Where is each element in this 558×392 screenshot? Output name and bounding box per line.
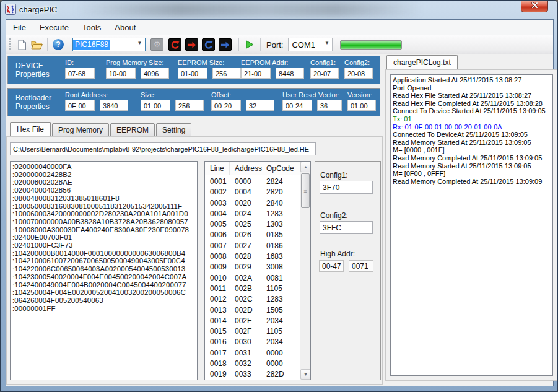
table-row[interactable]: 000800281683 [205,251,300,262]
close-icon [531,2,538,8]
eeprom-size-hex[interactable]: 01-00 [178,68,207,79]
column-header-line[interactable]: Line [205,162,230,175]
table-row[interactable]: 000600260185 [205,230,300,240]
table-row[interactable]: 001700310000 [205,348,300,359]
hex-file-path-input[interactable] [10,142,316,155]
high-addr-dec-input[interactable] [349,260,373,272]
table-row[interactable]: 000300202840 [205,198,300,209]
chevron-down-icon[interactable]: ▼ [136,40,144,46]
table-row[interactable]: 001600302034 [205,337,300,347]
eeprom-size-dec[interactable]: 256 [212,68,241,79]
tab-setting[interactable]: Setting [156,123,191,137]
log-textbox[interactable]: Application Started At 25/11/2015 13:08:… [390,74,553,376]
table-row[interactable]: 000100002824 [205,176,300,187]
table-row[interactable]: 0011002B1105 [205,284,300,294]
prog-memory-size-dec[interactable]: 4096 [141,68,169,79]
play-icon [245,40,255,50]
chevron-down-icon[interactable]: ▼ [323,40,331,46]
table-row[interactable]: 001800320000 [205,359,300,369]
root-address-dec[interactable]: 3840 [100,100,128,111]
column-header-address[interactable]: Address [230,162,261,175]
offset-hex[interactable]: 00-20 [211,100,241,111]
log-line: Read Memory Completed At 25/11/2015 13:0… [393,178,550,186]
user-reset-vector-dec[interactable]: 36 [317,100,342,111]
user-reset-vector-hex[interactable]: 00-24 [282,100,312,111]
open-file-button[interactable] [29,37,44,52]
table-row[interactable]: 000900293008 [205,262,300,272]
config1-input[interactable] [320,181,373,194]
log-line: Read Memory Started At 25/11/2015 13:09:… [393,139,550,147]
table-cell: 0016 [205,337,227,347]
device-combobox[interactable]: PIC16F88 ▼ [72,38,146,51]
version-value[interactable]: 01.00 [347,100,376,111]
table-row[interactable]: 000500251303 [205,219,300,230]
root-address-hex[interactable]: 0F-00 [65,100,95,111]
menu-item-file[interactable]: File [6,20,33,35]
menu-item-execute[interactable]: Execute [33,20,76,35]
port-label: Port: [266,40,283,50]
table-scrollbar[interactable]: ▲ ≡ ▼ [300,162,310,380]
bootloader-panel-title: Bootloader Properties [15,94,51,111]
log-line: Read Memory Started At 25/11/2015 13:09:… [393,162,550,170]
port-combobox[interactable]: COM1 ▼ [288,38,333,51]
log-line: Application Started At 25/11/2015 13:08:… [393,76,550,84]
blue-refresh-button[interactable] [202,38,215,51]
table-row[interactable]: 0010002A0081 [205,273,300,284]
table-cell: 0004 [205,209,227,219]
red-arrow-button[interactable] [185,38,198,51]
scroll-down-icon[interactable]: ▼ [300,369,311,380]
gear-icon: ⚙ [154,39,161,50]
table-cell: 0007 [205,241,227,251]
red-arrow-right-icon [187,40,196,50]
device-panel-title: DEVICE Properties [15,61,50,79]
config2-input[interactable] [320,221,373,234]
table-cell: 002F [230,326,251,337]
red-refresh-button[interactable] [168,38,181,51]
boot-size-dec[interactable]: 256 [175,100,204,111]
new-file-button[interactable] [14,37,29,52]
scrollbar-thumb[interactable]: ≡ [301,173,310,208]
table-row[interactable]: 0015002F1105 [205,326,300,337]
blue-arrow-button[interactable] [219,38,232,51]
offset-dec[interactable]: 32 [246,100,274,111]
toolbar-grip[interactable] [9,38,11,51]
menu-item-about[interactable]: About [108,20,142,35]
table-row[interactable]: 00190033282D [205,369,300,380]
tab-eeprom[interactable]: EEPROM [110,123,155,137]
menu-item-tools[interactable]: Tools [76,20,108,35]
help-button[interactable]: ? [51,37,66,52]
table-cell: 0000 [261,359,283,369]
hex-file-content[interactable]: :020000040000FA :020000002428B2 :0200080… [10,161,198,380]
table-row[interactable]: 000400241283 [205,209,300,219]
table-row[interactable]: 000200042820 [205,187,300,198]
log-line: Read Memory Completed At 25/11/2015 13:0… [393,154,550,162]
high-addr-hex-input[interactable] [319,260,344,272]
device-id-value[interactable]: 07-68 [65,68,95,79]
tab-prog-memory[interactable]: Prog Memory [52,123,109,137]
scroll-up-icon[interactable]: ▲ [300,162,311,172]
eeprom-addr-dec[interactable]: 8448 [276,68,304,79]
run-button[interactable] [242,37,257,52]
config2-addr-value[interactable]: 20-08 [344,68,373,79]
tab-hex-file[interactable]: Hex File [10,122,51,137]
port-combobox-value: COM1 [289,40,318,50]
eeprom-addr-hex[interactable]: 21-00 [241,68,271,79]
column-header-opcode[interactable]: OpCode [261,162,290,175]
table-row[interactable]: 0014002E2034 [205,316,300,326]
progress-bar [340,40,402,50]
table-cell: 1105 [261,326,282,337]
close-button[interactable] [521,1,548,12]
settings-button[interactable]: ⚙ [150,38,163,51]
table-cell: 0000 [261,348,283,359]
prog-memory-size-hex[interactable]: 10-00 [106,68,136,79]
table-row[interactable]: 0012002C1283 [205,294,300,305]
boot-size-hex[interactable]: 01-00 [141,100,170,111]
table-cell: 282D [261,369,284,380]
table-row[interactable]: 000700270186 [205,241,300,251]
config1-addr-value[interactable]: 20-07 [310,68,339,79]
table-cell: 0027 [230,241,251,251]
table-row[interactable]: 0013002D1505 [205,305,300,316]
table-cell: 0001 [205,176,227,187]
titlebar[interactable]: chargePIC [1,1,557,19]
tab-log-file[interactable]: chargePICLog.txt [386,55,458,70]
